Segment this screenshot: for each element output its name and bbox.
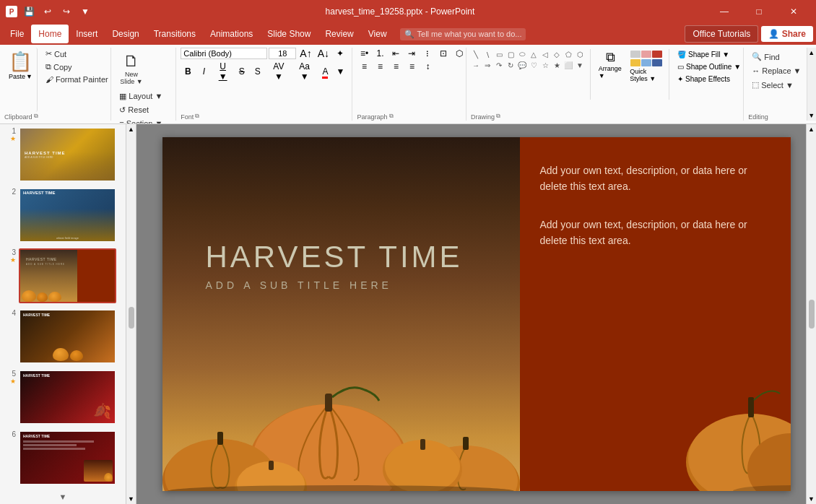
font-color-dropdown[interactable]: ▼ xyxy=(333,66,347,77)
slide-item-2[interactable]: 2 HARVEST TIME wheat field image xyxy=(3,188,123,243)
more-shapes[interactable]: ▼ xyxy=(575,60,585,70)
line-spacing-button[interactable]: ↕ xyxy=(420,61,435,72)
slide-item-3[interactable]: 3 ★ HARVEST TIME ADD A SUB TITLE HERE xyxy=(3,248,123,303)
decrease-font-button[interactable]: A↓ xyxy=(316,48,331,59)
new-slide-button[interactable]: 🗋 NewSlide ▼ xyxy=(116,49,147,89)
bullets-button[interactable]: ≡• xyxy=(357,48,371,59)
oval-shape[interactable]: ⬭ xyxy=(517,49,527,59)
menu-file[interactable]: File xyxy=(3,25,31,43)
share-button[interactable]: 👤 Share xyxy=(761,26,813,42)
ribbon-scroll-up[interactable]: ▲ xyxy=(808,49,815,56)
arrow2-shape[interactable]: ⇒ xyxy=(482,60,492,70)
slide-thumb-3[interactable]: HARVEST TIME ADD A SUB TITLE HERE xyxy=(19,248,116,303)
columns-button[interactable]: ⫶ xyxy=(420,48,435,59)
italic-button[interactable]: I xyxy=(196,66,211,77)
clear-format-button[interactable]: ✦ xyxy=(333,48,347,59)
rect-shape[interactable]: ▭ xyxy=(494,49,504,59)
shape-effects-button[interactable]: ✦ Shape Effects xyxy=(674,74,745,84)
flowchart-shape[interactable]: ⬜ xyxy=(563,60,573,70)
arrow-shape[interactable]: → xyxy=(471,60,481,70)
slide-thumb-2[interactable]: HARVEST TIME wheat field image xyxy=(19,188,116,243)
menu-view[interactable]: View xyxy=(361,25,394,43)
paste-button[interactable]: 📋 Paste ▼ xyxy=(4,48,38,112)
slide-item-4[interactable]: 4 HARVEST TIME xyxy=(3,309,123,364)
char-spacing-button[interactable]: AV ▼ xyxy=(266,61,291,82)
right-scroll-thumb[interactable] xyxy=(809,300,815,329)
slide-thumb-6[interactable]: HARVEST TIME xyxy=(19,430,116,485)
font-expand[interactable]: ⧉ xyxy=(195,113,199,120)
slide-item-1[interactable]: 1 ★ HARVEST TIME ADD A SUB TITLE HERE xyxy=(3,127,123,182)
arrow4-shape[interactable]: ↻ xyxy=(505,60,516,70)
ribbon-scroll-down[interactable]: ▼ xyxy=(808,112,815,119)
customize-qat-button[interactable]: ▼ xyxy=(78,4,92,19)
shape-fill-button[interactable]: 🪣 Shape Fill ▼ xyxy=(674,49,745,60)
office-tutorials-button[interactable]: Office Tutorials xyxy=(685,25,758,43)
slide-panel-scroll-down[interactable]: ▼ xyxy=(3,491,123,503)
text-direction-button[interactable]: ⊡ xyxy=(436,48,451,59)
align-right-button[interactable]: ≡ xyxy=(389,61,403,72)
shadow-button[interactable]: S xyxy=(251,66,265,77)
change-case-button[interactable]: Aa ▼ xyxy=(292,61,317,82)
callout-shape[interactable]: 💬 xyxy=(517,60,527,70)
copy-button[interactable]: ⧉ Copy xyxy=(42,61,112,73)
pentagon-shape[interactable]: ⬠ xyxy=(563,49,573,59)
scroll-down-arrow[interactable]: ▼ xyxy=(128,495,134,503)
decrease-indent-button[interactable]: ⇤ xyxy=(389,48,403,59)
font-name-input[interactable] xyxy=(181,48,267,59)
increase-font-button[interactable]: A↑ xyxy=(298,48,313,59)
bold-button[interactable]: B xyxy=(181,66,195,77)
underline-button[interactable]: U ▼ xyxy=(212,61,233,82)
slide-thumb-4[interactable]: HARVEST TIME xyxy=(19,309,116,364)
section-button[interactable]: ≡ Section ▼ xyxy=(116,118,166,124)
star-shape[interactable]: ☆ xyxy=(540,60,550,70)
star2-shape[interactable]: ★ xyxy=(552,60,562,70)
scroll-thumb[interactable] xyxy=(129,307,134,329)
hexagon-shape[interactable]: ⬡ xyxy=(575,49,585,59)
paragraph-expand[interactable]: ⧉ xyxy=(389,113,394,120)
maximize-button[interactable]: □ xyxy=(742,0,776,23)
shape-outline-button[interactable]: ▭ Shape Outline ▼ xyxy=(674,61,745,72)
quick-styles-button[interactable]: Quick Styles ▼ xyxy=(628,48,664,84)
justify-button[interactable]: ≡ xyxy=(404,61,419,72)
triangle-shape[interactable]: △ xyxy=(529,49,539,59)
scroll-up-arrow[interactable]: ▲ xyxy=(128,126,134,133)
menu-home[interactable]: Home xyxy=(31,25,69,43)
menu-transitions[interactable]: Transitions xyxy=(147,25,203,43)
find-button[interactable]: 🔍 Find xyxy=(748,51,804,63)
align-left-button[interactable]: ≡ xyxy=(357,61,371,72)
line2-shape[interactable]: ∖ xyxy=(482,49,492,59)
slide-thumb-1[interactable]: HARVEST TIME ADD A SUB TITLE HERE xyxy=(19,127,116,182)
strikethrough-button[interactable]: S xyxy=(235,66,249,77)
line-shape[interactable]: ╲ xyxy=(471,49,481,59)
minimize-button[interactable]: — xyxy=(708,0,741,23)
roundrect-shape[interactable]: ▢ xyxy=(505,49,516,59)
rtriangle-shape[interactable]: ◁ xyxy=(540,49,550,59)
select-button[interactable]: ⬚ Select ▼ xyxy=(748,79,804,91)
font-color-button[interactable]: A xyxy=(318,66,332,77)
paste-dropdown-icon[interactable]: ▼ xyxy=(26,73,32,80)
menu-insert[interactable]: Insert xyxy=(69,25,105,43)
save-qat-button[interactable]: 💾 xyxy=(22,4,36,19)
left-scrollbar[interactable]: ▲ ▼ xyxy=(126,124,136,504)
heart-shape[interactable]: ♡ xyxy=(529,60,539,70)
reset-button[interactable]: ↺ Reset xyxy=(116,104,152,116)
menu-slideshow[interactable]: Slide Show xyxy=(260,25,318,43)
increase-indent-button[interactable]: ⇥ xyxy=(404,48,419,59)
right-scrollbar[interactable]: ▲ ▼ xyxy=(806,124,816,504)
slide-item-5[interactable]: 5 ★ HARVEST TIME 🍂 xyxy=(3,370,123,425)
menu-animations[interactable]: Animations xyxy=(203,25,260,43)
cut-button[interactable]: ✂ Cut xyxy=(42,48,112,60)
arrow3-shape[interactable]: ↷ xyxy=(494,60,504,70)
slide-thumb-5[interactable]: HARVEST TIME 🍂 xyxy=(19,370,116,425)
numbering-button[interactable]: 1. xyxy=(373,48,387,59)
redo-qat-button[interactable]: ↪ xyxy=(59,4,74,19)
right-scroll-down[interactable]: ▼ xyxy=(808,495,815,503)
font-size-input[interactable] xyxy=(269,48,296,59)
menu-design[interactable]: Design xyxy=(105,25,146,43)
layout-button[interactable]: ▦ Layout ▼ xyxy=(116,90,166,103)
clipboard-expand[interactable]: ⧉ xyxy=(34,113,38,120)
menu-review[interactable]: Review xyxy=(318,25,360,43)
undo-qat-button[interactable]: ↩ xyxy=(40,4,55,19)
replace-button[interactable]: ↔ Replace ▼ xyxy=(748,65,804,77)
ribbon-scroll[interactable]: ▲ ▼ xyxy=(807,48,816,121)
